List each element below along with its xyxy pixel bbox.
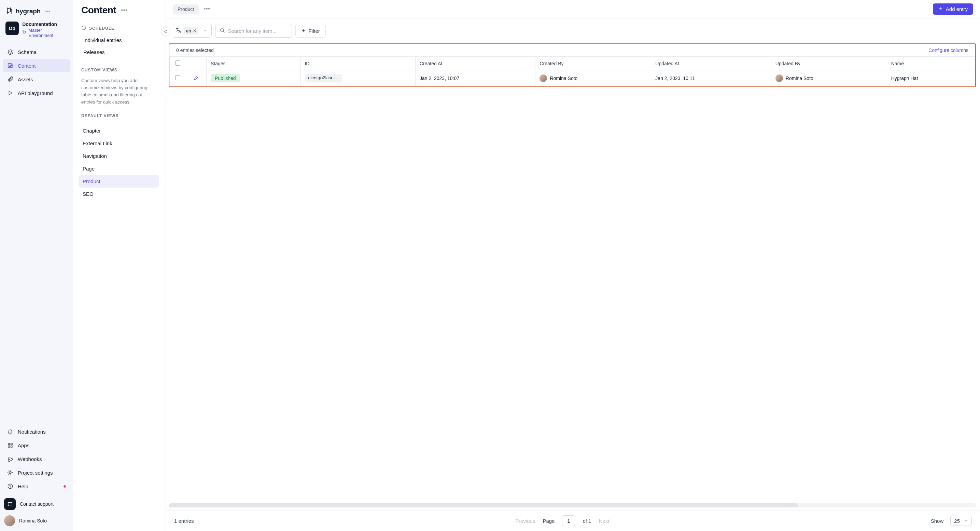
selection-bar: 0 entries selected Configure columns bbox=[169, 44, 975, 57]
updated-by-name: Romina Soto bbox=[786, 75, 813, 81]
avatar bbox=[775, 75, 783, 82]
nav-api-playground-label: API playground bbox=[18, 90, 53, 96]
selection-count: 0 entries selected bbox=[176, 48, 214, 53]
nav-help[interactable]: Help bbox=[3, 480, 70, 493]
page-word: Page bbox=[542, 518, 555, 524]
configure-columns-link[interactable]: Configure columns bbox=[928, 48, 968, 53]
page-size-select[interactable]: 25 bbox=[950, 516, 972, 526]
column-created-by[interactable]: Created By bbox=[535, 57, 651, 70]
column-stages[interactable]: Stages bbox=[207, 57, 301, 70]
nav-assets[interactable]: Assets bbox=[3, 73, 70, 86]
updated-at-cell: Jan 2, 2023, 10:11 bbox=[651, 70, 771, 86]
current-user[interactable]: Romina Soto bbox=[3, 512, 70, 528]
filter-button[interactable]: Filter bbox=[295, 24, 325, 38]
primary-sidebar: hygraph ••• Do Documentation Master Envi… bbox=[0, 0, 73, 531]
horizontal-scrollbar[interactable] bbox=[169, 503, 976, 507]
gear-icon bbox=[7, 469, 14, 476]
grid-icon bbox=[7, 442, 14, 448]
current-user-name: Romina Soto bbox=[19, 518, 47, 523]
checkbox-icon[interactable] bbox=[175, 61, 180, 65]
schedule-section: SCHEDULE bbox=[81, 25, 159, 32]
column-created-at[interactable]: Created At bbox=[415, 57, 535, 70]
view-seo[interactable]: SEO bbox=[78, 188, 159, 200]
nav-help-label: Help bbox=[18, 483, 28, 489]
content-panel: Content ••• SCHEDULE Individual entries … bbox=[73, 0, 166, 531]
brand-row: hygraph ••• bbox=[3, 5, 70, 22]
add-entry-button[interactable]: Add entry bbox=[933, 3, 973, 15]
view-page[interactable]: Page bbox=[78, 162, 159, 175]
column-edit bbox=[186, 57, 207, 70]
collapse-panel-button[interactable] bbox=[161, 27, 170, 36]
table-row[interactable]: Published clcetgo2lcsrm... Jan 2, 2023, … bbox=[170, 70, 975, 86]
brand-menu-icon[interactable]: ••• bbox=[45, 8, 51, 14]
custom-views-section-label: CUSTOM VIEWS bbox=[81, 68, 159, 72]
edit-icon[interactable] bbox=[194, 75, 199, 81]
plus-icon bbox=[301, 28, 305, 34]
nav-webhooks-label: Webhooks bbox=[18, 456, 42, 462]
model-chip[interactable]: Product bbox=[173, 5, 199, 14]
updated-by-cell: Romina Soto bbox=[775, 75, 883, 82]
search-box[interactable] bbox=[215, 24, 292, 38]
column-updated-at[interactable]: Updated At bbox=[651, 57, 771, 70]
nav-project-settings[interactable]: Project settings bbox=[3, 466, 70, 479]
view-chapter[interactable]: Chapter bbox=[78, 124, 159, 137]
view-external-link[interactable]: External Link bbox=[78, 137, 159, 150]
entry-id[interactable]: clcetgo2lcsrm... bbox=[305, 74, 342, 82]
nav-api-playground[interactable]: API playground bbox=[3, 86, 70, 99]
help-icon bbox=[7, 483, 14, 489]
layers-icon bbox=[7, 49, 14, 55]
locale-chip[interactable]: en ✕ bbox=[184, 27, 198, 35]
secondary-nav: Notifications Apps Webhooks Project sett… bbox=[3, 425, 70, 493]
table-header-row: Stages ID Created At Created By Updated … bbox=[170, 57, 975, 70]
chat-icon bbox=[4, 498, 16, 510]
nav-notifications[interactable]: Notifications bbox=[3, 425, 70, 438]
topbar-menu-icon[interactable]: ••• bbox=[204, 5, 210, 13]
panel-title: Content bbox=[81, 5, 116, 16]
help-unread-dot-icon bbox=[64, 485, 66, 488]
filter-label: Filter bbox=[308, 28, 320, 34]
locale-selector[interactable]: en ✕ bbox=[173, 24, 212, 38]
page-of-text: of 1 bbox=[582, 518, 591, 524]
schedule-releases[interactable]: Releases bbox=[81, 46, 159, 58]
schedule-individual-entries[interactable]: Individual entries bbox=[81, 34, 159, 46]
nav-project-settings-label: Project settings bbox=[18, 470, 53, 476]
column-id[interactable]: ID bbox=[301, 57, 415, 70]
panel-menu-icon[interactable]: ••• bbox=[121, 7, 127, 14]
project-selector[interactable]: Do Documentation Master Environment bbox=[3, 22, 70, 45]
pagination-bar: 1 entries Previous Page of 1 Next Show 2… bbox=[166, 510, 980, 531]
name-cell: Hygraph Hat bbox=[887, 70, 975, 86]
project-badge: Do bbox=[5, 22, 19, 35]
nav-notifications-label: Notifications bbox=[18, 429, 46, 435]
prev-page-button[interactable]: Previous bbox=[515, 518, 535, 524]
primary-nav: Schema Content Assets API playground bbox=[3, 45, 70, 99]
entries-table-region: 0 entries selected Configure columns Sta… bbox=[169, 43, 976, 87]
view-navigation[interactable]: Navigation bbox=[78, 150, 159, 162]
search-icon bbox=[220, 28, 225, 34]
locale-chip-label: en bbox=[186, 29, 191, 33]
scrollbar-thumb[interactable] bbox=[169, 503, 798, 507]
page-input[interactable] bbox=[562, 515, 575, 526]
view-product[interactable]: Product bbox=[78, 175, 159, 188]
project-environment[interactable]: Master Environment bbox=[22, 28, 67, 38]
main-area: Product ••• Add entry en ✕ bbox=[166, 0, 980, 531]
column-name[interactable]: Name bbox=[887, 57, 975, 70]
contact-support[interactable]: Contact support bbox=[3, 496, 70, 512]
nav-webhooks[interactable]: Webhooks bbox=[3, 453, 70, 466]
avatar bbox=[4, 515, 15, 526]
hygraph-logo-icon bbox=[5, 7, 13, 15]
toolbar: en ✕ Filter bbox=[166, 18, 980, 43]
search-input[interactable] bbox=[228, 28, 288, 34]
nav-apps-label: Apps bbox=[18, 442, 29, 448]
default-views-section-label: DEFAULT VIEWS bbox=[81, 113, 159, 118]
nav-content[interactable]: Content bbox=[3, 59, 70, 72]
next-page-button[interactable]: Next bbox=[598, 518, 609, 524]
nav-schema[interactable]: Schema bbox=[3, 45, 70, 59]
nav-apps[interactable]: Apps bbox=[3, 439, 70, 452]
column-checkbox[interactable] bbox=[170, 57, 186, 70]
project-environment-label: Master Environment bbox=[28, 28, 67, 38]
column-updated-by[interactable]: Updated By bbox=[771, 57, 887, 70]
row-checkbox[interactable] bbox=[175, 75, 180, 80]
locale-chip-remove-icon[interactable]: ✕ bbox=[193, 29, 196, 33]
nav-assets-label: Assets bbox=[18, 77, 33, 82]
chevron-down-icon[interactable] bbox=[201, 28, 209, 33]
